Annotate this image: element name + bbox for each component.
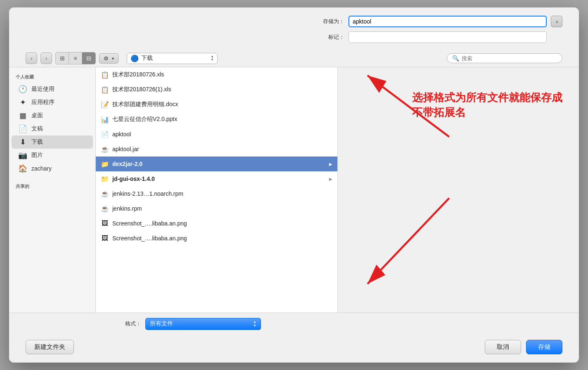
save-button[interactable]: 存储 bbox=[526, 340, 562, 354]
file-name: jenkins.rpm bbox=[112, 205, 332, 212]
dialog-header: 存储为： ∧ 标记： bbox=[9, 7, 579, 50]
file-name: jd-gui-osx-1.4.0 bbox=[112, 176, 326, 182]
file-item[interactable]: 🖼 Screenshot_….libaba.an.png bbox=[96, 216, 337, 231]
footer: 新建文件夹 取消 存储 bbox=[9, 335, 579, 363]
file-item[interactable]: 📄 apktool bbox=[96, 127, 337, 142]
file-item[interactable]: 📋 技术部20180726(1).xls bbox=[96, 82, 337, 97]
grid-view-button[interactable]: ⊞ bbox=[56, 52, 69, 64]
location-arrows: ▲ ▼ bbox=[211, 55, 214, 62]
downloads-icon: ⬇ bbox=[18, 138, 27, 147]
save-as-label: 存储为： bbox=[311, 18, 344, 25]
format-label: 格式： bbox=[108, 320, 141, 327]
sidebar-item-home-label: zachary bbox=[31, 165, 52, 172]
toolbar: ‹ › ⊞ ≡ ⊟ ⚙ ▾ 🔵 下载 ▲ ▼ bbox=[9, 50, 579, 67]
file-item[interactable]: ☕ jenkins.rpm bbox=[96, 201, 337, 216]
sidebar-item-desktop[interactable]: ▦ 桌面 bbox=[12, 109, 93, 122]
home-icon: 🏠 bbox=[18, 164, 27, 173]
file-item[interactable]: ☕ jenkins-2.13…1.noarch.rpm bbox=[96, 186, 337, 201]
filename-row: 存储为： ∧ bbox=[26, 16, 562, 27]
sidebar-item-pictures-label: 图片 bbox=[31, 152, 43, 159]
footer-left: 新建文件夹 bbox=[26, 340, 74, 354]
cancel-button[interactable]: 取消 bbox=[485, 340, 521, 354]
format-value: 所有文件 bbox=[150, 320, 251, 327]
recent-icon: 🕐 bbox=[18, 85, 27, 94]
content-area: 个人收藏 🕐 最近使用 ✦ 应用程序 ▦ 桌面 📄 文稿 bbox=[9, 67, 579, 313]
file-name: apktool bbox=[112, 131, 332, 138]
action-button[interactable]: ⚙ ▾ bbox=[99, 53, 119, 64]
file-item[interactable]: 📋 技术部20180726.xls bbox=[96, 67, 337, 82]
chevron-up-icon: ∧ bbox=[555, 19, 558, 24]
file-item[interactable]: 🖼 Screenshot_….libaba.an.png bbox=[96, 231, 337, 246]
file-item[interactable]: 📁 dex2jar-2.0 ▶ bbox=[96, 157, 337, 171]
sidebar-item-home[interactable]: 🏠 zachary bbox=[12, 162, 93, 175]
file-icon: 📋 bbox=[101, 86, 109, 94]
file-list[interactable]: 📋 技术部20180726.xls 📋 技术部20180726(1).xls 📝… bbox=[96, 67, 338, 313]
file-icon: 📋 bbox=[101, 71, 109, 79]
documents-icon: 📄 bbox=[18, 124, 27, 133]
favorites-section-title: 个人收藏 bbox=[9, 72, 95, 83]
location-selector[interactable]: 🔵 下载 ▲ ▼ bbox=[127, 53, 218, 64]
desktop-icon: ▦ bbox=[18, 111, 27, 120]
sidebar-item-documents[interactable]: 📄 文稿 bbox=[12, 122, 93, 135]
file-icon: 🖼 bbox=[101, 220, 109, 227]
shared-section-title: 共享的 bbox=[9, 182, 95, 192]
file-name: dex2jar-2.0 bbox=[112, 161, 326, 167]
format-bar: 格式： 所有文件 ▲ ▼ bbox=[9, 313, 579, 335]
annotation-text: 选择格式为所有文件就能保存成 不带拓展名 bbox=[412, 90, 562, 120]
back-button[interactable]: ‹ bbox=[26, 52, 37, 64]
search-input[interactable] bbox=[462, 55, 557, 62]
file-icon: 📁 bbox=[101, 160, 109, 168]
file-icon: 🖼 bbox=[101, 235, 109, 242]
tag-input[interactable] bbox=[349, 31, 547, 43]
pictures-icon: 📷 bbox=[18, 151, 27, 160]
save-dialog: 存储为： ∧ 标记： ‹ › bbox=[9, 7, 579, 363]
file-name: 七星云征信介绍V2.0.pptx bbox=[112, 116, 332, 123]
column-view-button[interactable]: ⊟ bbox=[82, 52, 95, 64]
file-name: 技术部团建费用明细.docx bbox=[112, 101, 332, 108]
dropdown-arrow-icon: ▾ bbox=[112, 56, 114, 61]
sidebar-item-recent[interactable]: 🕐 最近使用 bbox=[12, 83, 93, 96]
list-view-button[interactable]: ≡ bbox=[69, 52, 82, 64]
sidebar-item-downloads[interactable]: ⬇ 下载 bbox=[12, 135, 93, 149]
file-name: 技术部20180726.xls bbox=[112, 71, 332, 78]
file-icon: 📁 bbox=[101, 175, 109, 183]
file-icon: ☕ bbox=[101, 205, 109, 213]
forward-button[interactable]: › bbox=[40, 52, 52, 64]
sidebar: 个人收藏 🕐 最近使用 ✦ 应用程序 ▦ 桌面 📄 文稿 bbox=[9, 67, 96, 313]
file-name: Screenshot_….libaba.an.png bbox=[112, 235, 332, 242]
file-item[interactable]: 📁 jd-gui-osx-1.4.0 ▶ bbox=[96, 171, 337, 186]
file-icon: ☕ bbox=[101, 145, 109, 153]
tag-label: 标记： bbox=[311, 33, 344, 41]
file-name: jenkins-2.13…1.noarch.rpm bbox=[112, 190, 332, 197]
footer-right: 取消 存储 bbox=[485, 340, 562, 354]
gear-icon: ⚙ bbox=[104, 55, 109, 62]
svg-line-2 bbox=[367, 198, 449, 284]
sidebar-item-downloads-label: 下载 bbox=[31, 138, 43, 146]
file-icon: ☕ bbox=[101, 190, 109, 198]
expand-button[interactable]: ∧ bbox=[551, 16, 562, 27]
back-icon: ‹ bbox=[31, 55, 33, 62]
new-folder-button[interactable]: 新建文件夹 bbox=[26, 340, 74, 354]
file-icon: 📊 bbox=[101, 116, 109, 123]
file-name: apktool.jar bbox=[112, 146, 332, 152]
file-name: 技术部20180726(1).xls bbox=[112, 86, 332, 93]
applications-icon: ✦ bbox=[18, 98, 27, 107]
format-select[interactable]: 所有文件 ▲ ▼ bbox=[145, 318, 261, 330]
sidebar-item-pictures[interactable]: 📷 图片 bbox=[12, 149, 93, 162]
search-icon: 🔍 bbox=[452, 55, 459, 62]
arrow-icon: ▶ bbox=[329, 162, 332, 166]
annotation-line1: 选择格式为所有文件就能保存成 bbox=[412, 90, 562, 105]
filename-input[interactable] bbox=[349, 16, 547, 27]
search-field[interactable]: 🔍 bbox=[447, 53, 562, 63]
preview-area: 选择格式为所有文件就能保存成 不带拓展名 bbox=[338, 67, 579, 313]
sidebar-item-applications[interactable]: ✦ 应用程序 bbox=[12, 96, 93, 109]
file-name: Screenshot_….libaba.an.png bbox=[112, 220, 332, 227]
sidebar-item-applications-label: 应用程序 bbox=[31, 99, 55, 106]
file-item[interactable]: 📊 七星云征信介绍V2.0.pptx bbox=[96, 112, 337, 127]
tag-row: 标记： bbox=[26, 31, 562, 43]
view-buttons: ⊞ ≡ ⊟ bbox=[55, 52, 96, 64]
location-icon: 🔵 bbox=[130, 55, 139, 62]
file-item[interactable]: 📝 技术部团建费用明细.docx bbox=[96, 97, 337, 112]
file-icon: 📝 bbox=[101, 101, 109, 109]
file-item[interactable]: ☕ apktool.jar bbox=[96, 142, 337, 157]
